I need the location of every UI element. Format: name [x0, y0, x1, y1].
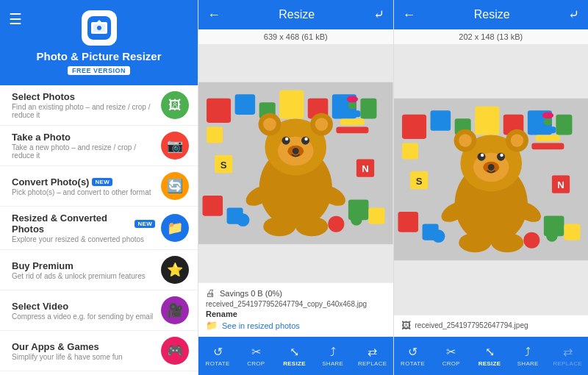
sidebar-item-text-4: Buy Premium Get rid of ads & unlock prem…: [12, 260, 155, 280]
toolbar-icon-0-3: ⤴: [330, 346, 336, 359]
panels-container: ← Resize ⤶ 639 x 468 (61 kB): [198, 0, 588, 375]
svg-point-34: [328, 216, 344, 232]
toolbar-btn-0-rotate[interactable]: ↺ ROTATE: [204, 345, 231, 367]
sidebar-item-2[interactable]: Convert Photo(s)NEW Pick photo(s) – and …: [0, 166, 198, 207]
svg-rect-44: [348, 102, 356, 109]
toolbar-btn-0-crop[interactable]: ✂ CROP: [243, 345, 269, 367]
sidebar-item-5[interactable]: Select Video Compress a video e.g. for s…: [0, 290, 198, 331]
sidebar-item-6[interactable]: Our Apps & Games Simplify your life & ha…: [0, 331, 198, 371]
sidebar-item-text-5: Select Video Compress a video e.g. for s…: [12, 301, 155, 321]
sidebar-icon-3: 📁: [161, 214, 189, 242]
svg-point-28: [263, 217, 295, 236]
sidebar-item-label-1: Take a Photo: [12, 132, 155, 143]
svg-rect-33: [368, 208, 384, 224]
sidebar-item-label-5: Select Video: [12, 301, 155, 312]
toolbar-btn-1-rotate[interactable]: ↺ ROTATE: [400, 345, 426, 367]
toolbar-label-0-2: RESIZE: [283, 360, 306, 367]
sidebar-header: ☰ Photo & Picture Resizer FREE VERSION: [0, 0, 198, 85]
panel-right-image: S N: [394, 44, 589, 315]
toolbar-icon-0-2: ⤡: [290, 345, 299, 359]
svg-point-3: [97, 26, 101, 30]
sidebar-item-0[interactable]: Select Photos Find an existing photo – a…: [0, 85, 198, 126]
svg-point-65: [500, 154, 503, 157]
sidebar-icon-0: 🖼: [161, 91, 189, 119]
svg-rect-5: [207, 99, 231, 123]
toolbar-label-0-3: SHARE: [322, 360, 343, 367]
sidebar-item-text-3: Resized & Converted PhotosNEW Explore yo…: [12, 213, 155, 243]
svg-rect-54: [402, 143, 418, 159]
svg-point-70: [459, 233, 491, 252]
svg-rect-43: [344, 110, 360, 117]
panel-left: ← Resize ⤶ 639 x 468 (61 kB): [198, 0, 394, 375]
version-badge: FREE VERSION: [68, 66, 130, 75]
sidebar-icon-1: 📷: [161, 132, 189, 160]
toolbar-label-1-4: REPLACE: [553, 360, 581, 367]
toolbar-icon-1-4: ⇄: [563, 345, 573, 359]
hamburger-icon[interactable]: ☰: [9, 10, 22, 28]
toolbar-btn-0-share[interactable]: ⤴ SHARE: [320, 346, 346, 367]
svg-rect-42: [340, 118, 365, 125]
panel-right-toolbar: ↺ ROTATE ✂ CROP ⤡ RESIZE ⤴ SHARE ⇄ REPLA…: [394, 337, 589, 375]
sidebar-item-desc-4: Get rid of ads & unlock premium features: [12, 272, 155, 280]
svg-point-60: [510, 134, 523, 147]
toolbar-label-1-2: RESIZE: [478, 360, 501, 367]
toolbar-label-0-0: ROTATE: [206, 360, 230, 367]
back-icon-left[interactable]: ←: [207, 7, 220, 23]
svg-point-78: [546, 230, 557, 241]
panel-left-image: S N: [198, 44, 393, 282]
svg-rect-75: [564, 224, 580, 240]
toolbar-icon-0-1: ✂: [251, 345, 261, 359]
svg-rect-6: [235, 94, 256, 115]
toolbar-icon-1-2: ⤡: [485, 345, 495, 359]
svg-rect-11: [360, 99, 376, 119]
svg-point-16: [263, 118, 276, 131]
see-resized-btn[interactable]: See in resized photos: [222, 321, 300, 330]
sidebar-item-1[interactable]: Take a Photo Take a new photo – and resi…: [0, 126, 198, 166]
sidebar-item-4[interactable]: Buy Premium Get rid of ads & unlock prem…: [0, 250, 198, 290]
sidebar-menu: Select Photos Find an existing photo – a…: [0, 85, 198, 375]
svg-rect-41: [336, 126, 368, 133]
svg-rect-72: [398, 212, 418, 232]
svg-text:N: N: [362, 163, 369, 174]
toolbar-icon-1-1: ✂: [446, 345, 456, 359]
sidebar-icon-5: 🎥: [161, 296, 189, 324]
sidebar-item-desc-2: Pick photo(s) – and convert to other for…: [12, 188, 155, 196]
svg-point-18: [315, 118, 329, 131]
sidebar-item-label-4: Buy Premium: [12, 260, 155, 271]
svg-point-35: [237, 213, 250, 226]
svg-text:S: S: [220, 160, 227, 171]
sidebar-item-3[interactable]: Resized & Converted PhotosNEW Explore yo…: [0, 207, 198, 250]
share-icon-right[interactable]: ⤶: [568, 7, 579, 23]
toolbar-btn-0-resize[interactable]: ⤡ RESIZE: [282, 345, 308, 367]
panel-right-filename: received_2541977952647794.jpeg: [415, 321, 528, 329]
toolbar-icon-0-0: ↺: [213, 345, 223, 359]
rename-btn[interactable]: Rename: [206, 310, 237, 318]
panel-left-title: Resize: [226, 8, 368, 21]
svg-rect-84: [535, 135, 559, 141]
new-badge: NEW: [135, 220, 155, 228]
panel-left-savings: Savings 0 B (0%): [220, 289, 282, 298]
svg-rect-45: [347, 96, 358, 103]
sidebar-item-text-6: Our Apps & Games Simplify your life & ha…: [12, 341, 155, 361]
toolbar-btn-0-replace[interactable]: ⇄ REPLACE: [358, 345, 387, 367]
sidebar-item-text-2: Convert Photo(s)NEW Pick photo(s) – and …: [12, 176, 155, 196]
toolbar-btn-1-resize[interactable]: ⤡ RESIZE: [476, 345, 503, 367]
svg-rect-50: [475, 107, 499, 135]
svg-rect-86: [543, 118, 551, 125]
toolbar-btn-1-crop[interactable]: ✂ CROP: [438, 345, 465, 367]
svg-point-29: [295, 217, 328, 236]
sidebar-item-label-0: Select Photos: [12, 91, 155, 102]
toolbar-btn-1-share[interactable]: ⤴ SHARE: [514, 346, 541, 367]
svg-point-64: [480, 154, 483, 157]
svg-point-22: [285, 138, 288, 140]
share-icon-left[interactable]: ⤶: [373, 7, 384, 23]
sidebar-item-text-1: Take a Photo Take a new photo – and resi…: [12, 132, 155, 160]
svg-point-36: [351, 214, 362, 225]
toolbar-btn-1-replace: ⇄ REPLACE: [553, 345, 581, 367]
svg-point-23: [304, 138, 307, 140]
back-icon-right[interactable]: ←: [403, 7, 416, 23]
printer-icon: 🖨: [206, 288, 215, 299]
panel-left-topbar: ← Resize ⤶: [198, 0, 393, 29]
svg-rect-47: [402, 115, 426, 139]
panel-left-info: 639 x 468 (61 kB): [198, 29, 393, 44]
